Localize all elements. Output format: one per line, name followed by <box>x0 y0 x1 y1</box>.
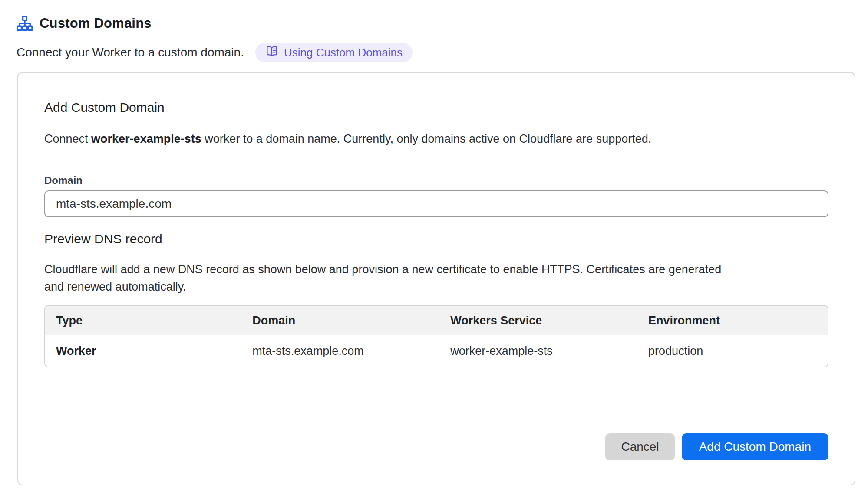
page-subtitle-row: Connect your Worker to a custom domain. … <box>17 43 855 62</box>
table-header-environment: Environment <box>637 306 828 335</box>
add-custom-domain-card: Add Custom Domain Connect worker-example… <box>17 72 855 485</box>
table-header-domain: Domain <box>241 306 439 335</box>
page-header: Custom Domains Connect your Worker to a … <box>17 15 855 62</box>
page-title-row: Custom Domains <box>17 15 855 32</box>
docs-link-pill[interactable]: Using Custom Domains <box>255 43 413 62</box>
card-heading: Add Custom Domain <box>44 100 828 115</box>
actions-row: Cancel Add Custom Domain <box>44 433 828 460</box>
intro-prefix: Connect <box>44 132 91 145</box>
preview-dns-description: Cloudflare will add a new DNS record as … <box>44 261 739 295</box>
cell-type: Worker <box>45 335 241 367</box>
cell-workers-service: worker-example-sts <box>439 335 637 367</box>
table-header-type: Type <box>45 306 241 335</box>
cancel-button[interactable]: Cancel <box>605 433 674 460</box>
docs-link-label: Using Custom Domains <box>284 46 403 59</box>
card-intro: Connect worker-example-sts worker to a d… <box>44 130 828 147</box>
domain-field-label: Domain <box>44 174 828 187</box>
table-header-workers-service: Workers Service <box>439 306 637 335</box>
dns-preview-table: Type Domain Workers Service Environment … <box>44 305 828 367</box>
sitemap-icon <box>17 15 33 32</box>
cell-environment: production <box>637 335 828 367</box>
page-title: Custom Domains <box>40 16 152 31</box>
table-row: Worker mta-sts.example.com worker-exampl… <box>45 335 828 367</box>
page-subtitle: Connect your Worker to a custom domain. <box>17 46 244 59</box>
domain-input[interactable] <box>44 190 828 217</box>
book-open-icon <box>265 45 278 61</box>
intro-suffix: worker to a domain name. Currently, only… <box>201 132 652 145</box>
preview-dns-heading: Preview DNS record <box>44 231 828 247</box>
worker-name: worker-example-sts <box>91 132 201 145</box>
table-header-row: Type Domain Workers Service Environment <box>45 306 828 335</box>
cell-domain: mta-sts.example.com <box>241 335 439 367</box>
add-custom-domain-button[interactable]: Add Custom Domain <box>682 433 828 460</box>
actions-divider <box>44 419 828 419</box>
